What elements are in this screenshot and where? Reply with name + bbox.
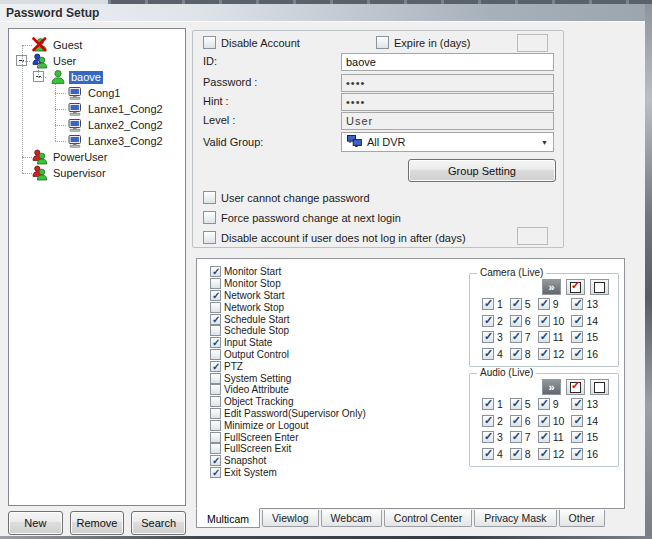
- tab-multicam[interactable]: Multicam: [196, 508, 260, 528]
- id-field[interactable]: [341, 53, 554, 71]
- channel-checkbox[interactable]: 12: [538, 448, 565, 461]
- channel-checkbox[interactable]: 14: [571, 315, 598, 328]
- tree-item-poweruser[interactable]: PowerUser: [9, 149, 185, 165]
- channel-checkbox[interactable]: 8: [510, 348, 531, 361]
- account-option-checkbox[interactable]: User cannot change password: [203, 191, 370, 204]
- channel-checkbox[interactable]: 11: [538, 331, 565, 344]
- tab-privacy-mask[interactable]: Privacy Mask: [474, 510, 556, 527]
- channel-checkbox[interactable]: 3: [482, 431, 503, 444]
- channel-checkbox[interactable]: 7: [510, 331, 531, 344]
- checkbox-icon[interactable]: [482, 431, 494, 443]
- checkbox-icon[interactable]: [210, 467, 221, 478]
- checkbox-icon[interactable]: [210, 349, 221, 360]
- checkbox-icon[interactable]: [210, 325, 221, 336]
- permission-item[interactable]: Minimize or Logout: [210, 419, 366, 431]
- checkbox-icon[interactable]: [482, 448, 494, 460]
- checkbox-icon[interactable]: [510, 298, 522, 310]
- checkbox-icon[interactable]: [571, 315, 583, 327]
- channel-checkbox[interactable]: 9: [538, 298, 565, 311]
- checkbox-icon[interactable]: [571, 448, 583, 460]
- checkbox-icon[interactable]: [210, 278, 221, 289]
- channel-checkbox[interactable]: 6: [510, 415, 531, 428]
- checkbox-icon[interactable]: [510, 415, 522, 427]
- permission-item[interactable]: PTZ: [210, 360, 366, 372]
- checkbox-icon[interactable]: [538, 331, 550, 343]
- deselect-all-icon[interactable]: [590, 379, 609, 395]
- permission-item[interactable]: System Setting: [210, 372, 366, 384]
- checkbox-icon[interactable]: [210, 408, 221, 419]
- checkbox-icon[interactable]: [482, 348, 494, 360]
- account-option-checkbox[interactable]: Force password change at next login: [203, 211, 401, 224]
- checkbox-icon[interactable]: [210, 432, 221, 443]
- checkbox-icon[interactable]: [571, 398, 583, 410]
- checkbox-icon[interactable]: [510, 331, 522, 343]
- channel-checkbox[interactable]: 4: [482, 448, 503, 461]
- expire-days-field[interactable]: [517, 34, 548, 52]
- inactivity-days-field[interactable]: [517, 227, 548, 245]
- channel-checkbox[interactable]: 9: [538, 398, 565, 411]
- channel-checkbox[interactable]: 14: [571, 415, 598, 428]
- checkbox-icon[interactable]: [510, 398, 522, 410]
- checkbox-icon[interactable]: [571, 431, 583, 443]
- expire-in-days-checkbox[interactable]: Expire in (days): [376, 36, 470, 49]
- checkbox-icon[interactable]: [210, 384, 221, 395]
- checkbox-icon[interactable]: [203, 191, 216, 204]
- channel-checkbox[interactable]: 13: [571, 398, 598, 411]
- checkbox-icon[interactable]: [482, 331, 494, 343]
- checkbox-icon[interactable]: [510, 315, 522, 327]
- checkbox-icon[interactable]: [203, 36, 216, 49]
- checkbox-icon[interactable]: [510, 448, 522, 460]
- checkbox-icon[interactable]: [210, 420, 221, 431]
- permission-item[interactable]: FullScreen Enter: [210, 431, 366, 443]
- channel-checkbox[interactable]: 10: [538, 315, 565, 328]
- group-setting-button[interactable]: Group Setting: [408, 159, 556, 182]
- channel-checkbox[interactable]: 12: [538, 348, 565, 361]
- checkbox-icon[interactable]: [210, 266, 221, 277]
- checkbox-icon[interactable]: [538, 448, 550, 460]
- checkbox-icon[interactable]: [538, 298, 550, 310]
- remove-button[interactable]: Remove: [70, 511, 125, 535]
- channel-checkbox[interactable]: 8: [510, 448, 531, 461]
- channel-checkbox[interactable]: 6: [510, 315, 531, 328]
- tab-other[interactable]: Other: [559, 510, 605, 527]
- permission-item[interactable]: Snapshot: [210, 455, 366, 467]
- channel-checkbox[interactable]: 3: [482, 331, 503, 344]
- checkbox-icon[interactable]: [571, 415, 583, 427]
- checkbox-icon[interactable]: [210, 455, 221, 466]
- select-all-icon[interactable]: [566, 279, 585, 295]
- channel-checkbox[interactable]: 7: [510, 431, 531, 444]
- checkbox-icon[interactable]: [203, 231, 216, 244]
- checkbox-icon[interactable]: [210, 361, 221, 372]
- channel-checkbox[interactable]: 2: [482, 415, 503, 428]
- checkbox-icon[interactable]: [482, 298, 494, 310]
- chevrons-icon[interactable]: »: [542, 379, 561, 395]
- checkbox-icon[interactable]: [210, 396, 221, 407]
- permission-item[interactable]: FullScreen Exit: [210, 443, 366, 455]
- channel-checkbox[interactable]: 16: [571, 448, 598, 461]
- tree-item-cong1[interactable]: Cong1: [9, 85, 185, 101]
- permission-item[interactable]: Exit System: [210, 467, 366, 479]
- checkbox-icon[interactable]: [538, 431, 550, 443]
- checkbox-icon[interactable]: [210, 314, 221, 325]
- disable-account-checkbox[interactable]: Disable Account: [203, 36, 300, 49]
- channel-checkbox[interactable]: 13: [571, 298, 598, 311]
- permission-item[interactable]: Schedule Start: [210, 313, 366, 325]
- channel-checkbox[interactable]: 16: [571, 348, 598, 361]
- chevrons-icon[interactable]: »: [542, 279, 561, 295]
- channel-checkbox[interactable]: 11: [538, 431, 565, 444]
- checkbox-icon[interactable]: [203, 211, 216, 224]
- checkbox-icon[interactable]: [538, 348, 550, 360]
- search-button[interactable]: Search: [131, 511, 186, 535]
- permission-item[interactable]: Input State: [210, 337, 366, 349]
- permission-item[interactable]: Network Stop: [210, 301, 366, 313]
- checkbox-icon[interactable]: [510, 431, 522, 443]
- permission-item[interactable]: Monitor Stop: [210, 278, 366, 290]
- permission-item[interactable]: Output Control: [210, 349, 366, 361]
- checkbox-icon[interactable]: [210, 302, 221, 313]
- checkbox-icon[interactable]: [538, 398, 550, 410]
- permission-item[interactable]: Network Start: [210, 290, 366, 302]
- checkbox-icon[interactable]: [571, 348, 583, 360]
- channel-checkbox[interactable]: 5: [510, 398, 531, 411]
- permission-item[interactable]: Object Tracking: [210, 396, 366, 408]
- permission-item[interactable]: Schedule Stop: [210, 325, 366, 337]
